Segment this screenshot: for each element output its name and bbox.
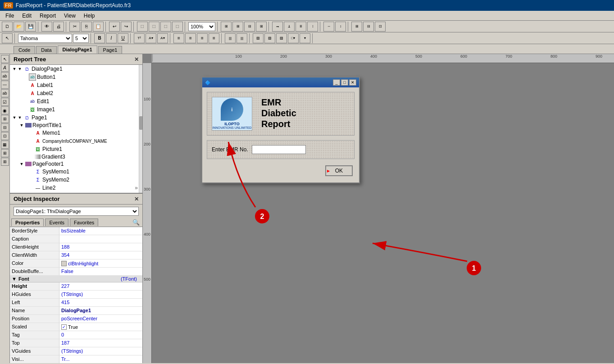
- tree-node-sysmemo1[interactable]: Σ SysMemo1: [10, 168, 142, 176]
- zoom-combo[interactable]: 100%: [188, 22, 215, 31]
- expand-label1[interactable]: [23, 82, 28, 88]
- tree-node-dialogpage1[interactable]: ▼ ▼ 🗋 DialogPage1: [10, 65, 142, 73]
- expand-memo1[interactable]: [28, 130, 33, 136]
- font-expand[interactable]: ▼: [12, 276, 17, 282]
- tb-grid2[interactable]: ⊞: [232, 22, 243, 32]
- tool-b3[interactable]: ⊟: [1, 123, 9, 132]
- tool-b7[interactable]: ⊞: [1, 158, 9, 166]
- dialog-maximize[interactable]: □: [341, 79, 348, 86]
- tb-color[interactable]: A▾: [146, 33, 156, 43]
- tb-bold[interactable]: B: [94, 33, 105, 43]
- menu-edit[interactable]: Edit: [18, 12, 35, 20]
- tree-node-memo181[interactable]: A Memo181: [10, 192, 142, 193]
- tb-preview[interactable]: 👁: [41, 22, 52, 32]
- tb-border[interactable]: □▾: [288, 33, 299, 43]
- tool-b5[interactable]: ▦: [1, 141, 9, 149]
- tb-undo[interactable]: ↩: [109, 22, 120, 32]
- expand2-dialogpage1[interactable]: ▼: [17, 66, 23, 72]
- tree-node-page1[interactable]: ▼ ▼ 🗋 Page1: [10, 114, 142, 122]
- expand-sysmemo2[interactable]: [28, 177, 33, 182]
- tb-paste[interactable]: 📋: [93, 22, 104, 32]
- dialog-close[interactable]: ✕: [349, 79, 356, 86]
- oi-tab-favorites[interactable]: Favorites: [70, 218, 98, 226]
- tb-italic[interactable]: I: [106, 33, 117, 43]
- tb-new[interactable]: 🗋: [2, 22, 13, 32]
- expand-line2[interactable]: [28, 185, 33, 191]
- tb-align2[interactable]: ⫫: [284, 22, 295, 32]
- tb-fill2[interactable]: ▨: [264, 33, 275, 43]
- tree-node-label1[interactable]: A Label1: [10, 81, 142, 89]
- expand-pagefooter1[interactable]: ▼: [19, 161, 24, 167]
- tree-node-label2[interactable]: A Label2: [10, 89, 142, 97]
- dialog-window[interactable]: 🔷 _ □ ✕: [201, 77, 360, 183]
- tb-more2[interactable]: ⊟: [363, 22, 374, 32]
- tool-pointer[interactable]: ↖: [1, 55, 9, 63]
- tb-more3[interactable]: ⊡: [375, 22, 386, 32]
- oi-tab-properties[interactable]: Properties: [11, 218, 44, 226]
- dialog-ok-button[interactable]: OK: [325, 165, 353, 176]
- tool-b2[interactable]: ⊞: [1, 115, 9, 123]
- tb-hilite[interactable]: A▾: [157, 33, 168, 43]
- tb-align-center[interactable]: ≡: [185, 33, 196, 43]
- tb-barcode2[interactable]: |||: [237, 33, 247, 43]
- tool-radio[interactable]: ◉: [1, 106, 9, 114]
- expand-image1[interactable]: [23, 107, 28, 112]
- tb-align3[interactable]: ⫼: [296, 22, 306, 32]
- tree-node-reporttitle1[interactable]: ▼ ReportTitle1: [10, 122, 142, 129]
- expand-sysmemo1[interactable]: [28, 169, 33, 174]
- expand-edit1[interactable]: [23, 99, 28, 104]
- tree-scrollbar[interactable]: [139, 65, 142, 193]
- tb-save[interactable]: 💾: [25, 22, 36, 32]
- expand-gradient3[interactable]: [28, 154, 33, 159]
- menu-help[interactable]: Help: [80, 12, 99, 20]
- menu-file[interactable]: File: [2, 12, 18, 20]
- tb-super[interactable]: T²: [134, 33, 145, 43]
- tb-borderclr[interactable]: ▾: [300, 33, 310, 43]
- tb-align-left[interactable]: ≡: [173, 33, 184, 43]
- font-name-combo[interactable]: Tahoma: [18, 34, 72, 43]
- tb-barcode1[interactable]: |||: [225, 33, 236, 43]
- tb-underline[interactable]: U: [118, 33, 128, 43]
- tree-node-image1[interactable]: 🖼 Image1: [10, 105, 142, 114]
- tree-node-memo1[interactable]: A Memo1: [10, 129, 142, 137]
- tree-node-line2[interactable]: — Line2: [10, 184, 142, 192]
- expand-page1[interactable]: ▼: [12, 115, 17, 120]
- tb-align4[interactable]: ⫶: [307, 22, 318, 32]
- tb-print[interactable]: 🖨: [53, 22, 64, 32]
- tab-code[interactable]: Code: [14, 46, 35, 54]
- tb-copy[interactable]: ⎘: [81, 22, 92, 32]
- expand-label2[interactable]: [23, 91, 28, 96]
- tb-b1[interactable]: ⬚: [137, 22, 148, 32]
- tb-cut[interactable]: ✂: [69, 22, 80, 32]
- oi-tab-events[interactable]: Events: [45, 218, 68, 226]
- tree-node-picture1[interactable]: 🖼 Picture1: [10, 145, 142, 153]
- tb2-pointer[interactable]: ↖: [2, 33, 13, 43]
- dialog-emr-input[interactable]: [252, 145, 306, 154]
- tab-page1[interactable]: Page1: [98, 46, 123, 54]
- tb-b4[interactable]: ⬚: [172, 22, 183, 32]
- expand-reporttitle1[interactable]: ▼: [19, 123, 24, 128]
- expand-button1[interactable]: [23, 74, 28, 80]
- report-tree-content[interactable]: ▼ ▼ 🗋 DialogPage1 ab Button1 A Label1: [10, 65, 142, 193]
- tab-dialogpage1[interactable]: DialogPage1: [58, 46, 97, 54]
- tree-node-companyinfo[interactable]: A CompanyInfoCOMPANY_NAME: [10, 137, 142, 145]
- tb-align1[interactable]: ⫬: [272, 22, 283, 32]
- expand2-page1[interactable]: ▼: [17, 115, 23, 120]
- tab-data[interactable]: Data: [36, 46, 56, 54]
- tb-size1[interactable]: ↔: [323, 22, 334, 32]
- tool-label[interactable]: ab: [1, 72, 9, 80]
- tb-fill3[interactable]: ▧: [276, 33, 287, 43]
- font-size-combo[interactable]: 5: [73, 34, 89, 43]
- tree-node-gradient3[interactable]: Gradient3: [10, 153, 142, 160]
- tool-line-h[interactable]: —: [1, 81, 9, 89]
- tb-grid4[interactable]: ⊞: [256, 22, 267, 32]
- menu-view[interactable]: View: [60, 12, 79, 20]
- dialog-minimize[interactable]: _: [333, 79, 340, 86]
- tb-b2[interactable]: ⬚: [149, 22, 159, 32]
- tool-b4[interactable]: ⊡: [1, 132, 9, 140]
- expand-companyinfo[interactable]: [28, 138, 33, 144]
- tool-label2[interactable]: ab: [1, 89, 9, 97]
- tb-fill1[interactable]: ▨: [253, 33, 264, 43]
- oi-close[interactable]: ✕: [134, 196, 139, 202]
- tb-size2[interactable]: ↕: [335, 22, 346, 32]
